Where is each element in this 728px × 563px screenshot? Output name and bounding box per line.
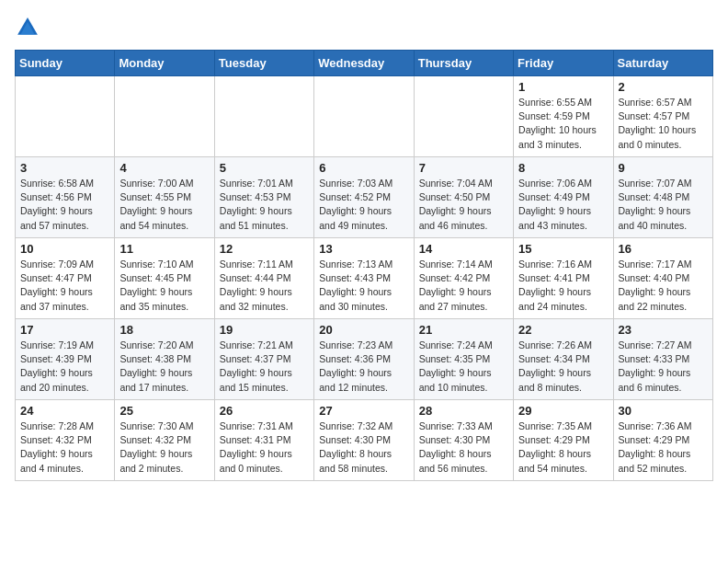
weekday-header-tuesday: Tuesday [214, 51, 313, 76]
day-info: Sunrise: 7:00 AM Sunset: 4:55 PM Dayligh… [119, 177, 209, 233]
calendar-cell: 7Sunrise: 7:04 AM Sunset: 4:50 PM Daylig… [414, 157, 513, 238]
weekday-header-friday: Friday [514, 51, 613, 76]
calendar-table: SundayMondayTuesdayWednesdayThursdayFrid… [15, 50, 713, 481]
day-info: Sunrise: 6:58 AM Sunset: 4:56 PM Dayligh… [20, 177, 109, 233]
day-number: 16 [619, 242, 708, 256]
day-info: Sunrise: 7:36 AM Sunset: 4:29 PM Dayligh… [619, 419, 708, 476]
day-number: 19 [220, 323, 309, 337]
day-number: 25 [119, 404, 209, 418]
weekday-header-monday: Monday [115, 51, 214, 76]
day-number: 4 [119, 161, 209, 175]
calendar-cell: 8Sunrise: 7:06 AM Sunset: 4:49 PM Daylig… [514, 157, 613, 238]
calendar-cell: 23Sunrise: 7:27 AM Sunset: 4:33 PM Dayli… [613, 319, 712, 400]
day-number: 3 [20, 161, 109, 175]
day-info: Sunrise: 7:13 AM Sunset: 4:43 PM Dayligh… [319, 258, 408, 314]
calendar-cell: 5Sunrise: 7:01 AM Sunset: 4:53 PM Daylig… [214, 157, 313, 238]
calendar-cell: 20Sunrise: 7:23 AM Sunset: 4:36 PM Dayli… [314, 319, 414, 400]
day-number: 15 [518, 242, 608, 256]
day-number: 26 [220, 404, 309, 418]
calendar-cell: 2Sunrise: 6:57 AM Sunset: 4:57 PM Daylig… [613, 76, 712, 157]
day-number: 7 [419, 161, 508, 175]
calendar-cell: 22Sunrise: 7:26 AM Sunset: 4:34 PM Dayli… [514, 319, 613, 400]
calendar-week-row: 24Sunrise: 7:28 AM Sunset: 4:32 PM Dayli… [16, 400, 713, 481]
day-number: 18 [119, 323, 209, 337]
day-number: 23 [619, 323, 708, 337]
day-info: Sunrise: 7:26 AM Sunset: 4:34 PM Dayligh… [518, 339, 608, 395]
weekday-header-wednesday: Wednesday [314, 51, 414, 76]
day-number: 27 [319, 404, 408, 418]
day-number: 29 [518, 404, 608, 418]
day-number: 6 [319, 161, 408, 175]
day-number: 13 [319, 242, 408, 256]
day-number: 10 [20, 242, 109, 256]
day-number: 1 [518, 80, 608, 94]
day-info: Sunrise: 7:21 AM Sunset: 4:37 PM Dayligh… [220, 339, 309, 395]
day-number: 17 [20, 323, 109, 337]
calendar-cell [214, 76, 313, 157]
day-info: Sunrise: 7:28 AM Sunset: 4:32 PM Dayligh… [20, 419, 109, 476]
calendar-cell [115, 76, 214, 157]
calendar-week-row: 1Sunrise: 6:55 AM Sunset: 4:59 PM Daylig… [16, 76, 713, 157]
weekday-header-sunday: Sunday [16, 51, 115, 76]
day-info: Sunrise: 7:17 AM Sunset: 4:40 PM Dayligh… [619, 258, 708, 314]
day-info: Sunrise: 7:03 AM Sunset: 4:52 PM Dayligh… [319, 177, 408, 233]
calendar-cell: 21Sunrise: 7:24 AM Sunset: 4:35 PM Dayli… [414, 319, 513, 400]
calendar-cell [314, 76, 414, 157]
logo-icon [15, 15, 40, 40]
calendar-cell: 25Sunrise: 7:30 AM Sunset: 4:32 PM Dayli… [115, 400, 214, 481]
calendar-cell: 30Sunrise: 7:36 AM Sunset: 4:29 PM Dayli… [613, 400, 712, 481]
calendar-cell: 24Sunrise: 7:28 AM Sunset: 4:32 PM Dayli… [16, 400, 115, 481]
calendar-cell: 26Sunrise: 7:31 AM Sunset: 4:31 PM Dayli… [214, 400, 313, 481]
weekday-header-row: SundayMondayTuesdayWednesdayThursdayFrid… [16, 51, 713, 76]
day-info: Sunrise: 7:11 AM Sunset: 4:44 PM Dayligh… [220, 258, 309, 314]
weekday-header-saturday: Saturday [613, 51, 712, 76]
calendar-cell: 12Sunrise: 7:11 AM Sunset: 4:44 PM Dayli… [214, 238, 313, 319]
day-info: Sunrise: 7:23 AM Sunset: 4:36 PM Dayligh… [319, 339, 408, 395]
logo [15, 15, 44, 40]
day-info: Sunrise: 7:32 AM Sunset: 4:30 PM Dayligh… [319, 419, 408, 476]
calendar-cell: 9Sunrise: 7:07 AM Sunset: 4:48 PM Daylig… [613, 157, 712, 238]
calendar-week-row: 17Sunrise: 7:19 AM Sunset: 4:39 PM Dayli… [16, 319, 713, 400]
calendar-cell: 16Sunrise: 7:17 AM Sunset: 4:40 PM Dayli… [613, 238, 712, 319]
day-number: 5 [220, 161, 309, 175]
calendar-cell: 13Sunrise: 7:13 AM Sunset: 4:43 PM Dayli… [314, 238, 414, 319]
day-number: 14 [419, 242, 508, 256]
calendar-cell: 15Sunrise: 7:16 AM Sunset: 4:41 PM Dayli… [514, 238, 613, 319]
day-number: 22 [518, 323, 608, 337]
day-number: 21 [419, 323, 508, 337]
day-info: Sunrise: 7:16 AM Sunset: 4:41 PM Dayligh… [518, 258, 608, 314]
calendar-cell: 4Sunrise: 7:00 AM Sunset: 4:55 PM Daylig… [115, 157, 214, 238]
day-info: Sunrise: 6:57 AM Sunset: 4:57 PM Dayligh… [619, 96, 708, 152]
day-number: 11 [119, 242, 209, 256]
calendar-cell: 28Sunrise: 7:33 AM Sunset: 4:30 PM Dayli… [414, 400, 513, 481]
calendar-cell: 19Sunrise: 7:21 AM Sunset: 4:37 PM Dayli… [214, 319, 313, 400]
day-number: 9 [619, 161, 708, 175]
calendar-cell: 6Sunrise: 7:03 AM Sunset: 4:52 PM Daylig… [314, 157, 414, 238]
calendar-cell: 3Sunrise: 6:58 AM Sunset: 4:56 PM Daylig… [16, 157, 115, 238]
calendar-cell: 18Sunrise: 7:20 AM Sunset: 4:38 PM Dayli… [115, 319, 214, 400]
calendar-cell: 11Sunrise: 7:10 AM Sunset: 4:45 PM Dayli… [115, 238, 214, 319]
calendar-cell: 10Sunrise: 7:09 AM Sunset: 4:47 PM Dayli… [16, 238, 115, 319]
calendar-week-row: 10Sunrise: 7:09 AM Sunset: 4:47 PM Dayli… [16, 238, 713, 319]
day-info: Sunrise: 7:10 AM Sunset: 4:45 PM Dayligh… [119, 258, 209, 314]
day-info: Sunrise: 7:04 AM Sunset: 4:50 PM Dayligh… [419, 177, 508, 233]
day-info: Sunrise: 7:06 AM Sunset: 4:49 PM Dayligh… [518, 177, 608, 233]
day-info: Sunrise: 7:20 AM Sunset: 4:38 PM Dayligh… [119, 339, 209, 395]
day-info: Sunrise: 7:24 AM Sunset: 4:35 PM Dayligh… [419, 339, 508, 395]
calendar-cell [16, 76, 115, 157]
page-header [15, 15, 713, 40]
day-info: Sunrise: 7:35 AM Sunset: 4:29 PM Dayligh… [518, 419, 608, 476]
day-info: Sunrise: 7:27 AM Sunset: 4:33 PM Dayligh… [619, 339, 708, 395]
weekday-header-thursday: Thursday [414, 51, 513, 76]
calendar-cell: 14Sunrise: 7:14 AM Sunset: 4:42 PM Dayli… [414, 238, 513, 319]
day-number: 30 [619, 404, 708, 418]
calendar-cell: 29Sunrise: 7:35 AM Sunset: 4:29 PM Dayli… [514, 400, 613, 481]
day-info: Sunrise: 7:14 AM Sunset: 4:42 PM Dayligh… [419, 258, 508, 314]
day-info: Sunrise: 7:01 AM Sunset: 4:53 PM Dayligh… [220, 177, 309, 233]
calendar-cell: 1Sunrise: 6:55 AM Sunset: 4:59 PM Daylig… [514, 76, 613, 157]
calendar-week-row: 3Sunrise: 6:58 AM Sunset: 4:56 PM Daylig… [16, 157, 713, 238]
day-number: 24 [20, 404, 109, 418]
day-info: Sunrise: 7:30 AM Sunset: 4:32 PM Dayligh… [119, 419, 209, 476]
day-info: Sunrise: 7:33 AM Sunset: 4:30 PM Dayligh… [419, 419, 508, 476]
calendar-cell: 27Sunrise: 7:32 AM Sunset: 4:30 PM Dayli… [314, 400, 414, 481]
